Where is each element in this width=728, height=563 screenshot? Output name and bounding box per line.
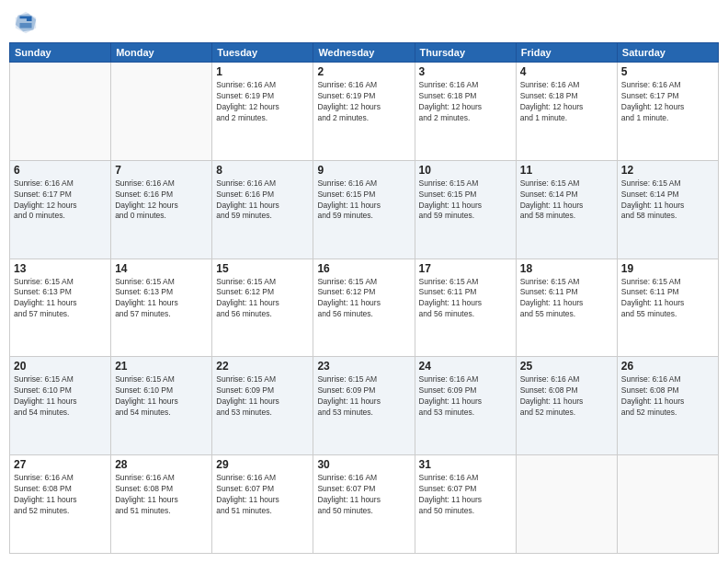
- calendar-cell: [516, 455, 617, 554]
- calendar-cell: 3Sunrise: 6:16 AM Sunset: 6:18 PM Daylig…: [415, 63, 516, 161]
- calendar-cell: 26Sunrise: 6:16 AM Sunset: 6:08 PM Dayli…: [617, 357, 718, 455]
- calendar-table: SundayMondayTuesdayWednesdayThursdayFrid…: [9, 42, 719, 554]
- day-number: 29: [216, 458, 309, 471]
- calendar-cell: 1Sunrise: 6:16 AM Sunset: 6:19 PM Daylig…: [212, 63, 313, 161]
- day-info: Sunrise: 6:15 AM Sunset: 6:14 PM Dayligh…: [621, 178, 714, 223]
- calendar-cell: 16Sunrise: 6:15 AM Sunset: 6:12 PM Dayli…: [313, 259, 415, 357]
- day-info: Sunrise: 6:16 AM Sunset: 6:09 PM Dayligh…: [419, 374, 512, 419]
- calendar-cell: 5Sunrise: 6:16 AM Sunset: 6:17 PM Daylig…: [617, 63, 718, 161]
- day-number: 15: [216, 262, 309, 275]
- calendar-week-row: 6Sunrise: 6:16 AM Sunset: 6:17 PM Daylig…: [10, 160, 719, 259]
- calendar-cell: 10Sunrise: 6:15 AM Sunset: 6:15 PM Dayli…: [415, 160, 516, 259]
- day-number: 9: [317, 164, 410, 177]
- calendar-week-row: 1Sunrise: 6:16 AM Sunset: 6:19 PM Daylig…: [10, 63, 719, 161]
- day-info: Sunrise: 6:15 AM Sunset: 6:15 PM Dayligh…: [419, 178, 512, 223]
- calendar-cell: 24Sunrise: 6:16 AM Sunset: 6:09 PM Dayli…: [415, 357, 516, 455]
- calendar-cell: 2Sunrise: 6:16 AM Sunset: 6:19 PM Daylig…: [313, 63, 415, 161]
- calendar-cell: 6Sunrise: 6:16 AM Sunset: 6:17 PM Daylig…: [10, 160, 111, 259]
- page: SundayMondayTuesdayWednesdayThursdayFrid…: [0, 0, 728, 563]
- day-number: 23: [317, 360, 410, 373]
- calendar-cell: 25Sunrise: 6:16 AM Sunset: 6:08 PM Dayli…: [516, 357, 617, 455]
- day-number: 4: [520, 65, 613, 78]
- weekday-header-row: SundayMondayTuesdayWednesdayThursdayFrid…: [10, 43, 719, 63]
- calendar-cell: 20Sunrise: 6:15 AM Sunset: 6:10 PM Dayli…: [10, 357, 111, 455]
- day-info: Sunrise: 6:15 AM Sunset: 6:11 PM Dayligh…: [419, 277, 512, 321]
- day-number: 13: [14, 262, 107, 275]
- day-info: Sunrise: 6:15 AM Sunset: 6:09 PM Dayligh…: [317, 374, 410, 419]
- calendar-cell: 14Sunrise: 6:15 AM Sunset: 6:13 PM Dayli…: [111, 259, 212, 357]
- day-info: Sunrise: 6:16 AM Sunset: 6:08 PM Dayligh…: [621, 374, 714, 419]
- day-number: 22: [216, 360, 309, 373]
- day-info: Sunrise: 6:16 AM Sunset: 6:17 PM Dayligh…: [621, 80, 714, 124]
- calendar-cell: 13Sunrise: 6:15 AM Sunset: 6:13 PM Dayli…: [10, 259, 111, 357]
- weekday-header-wednesday: Wednesday: [313, 43, 415, 63]
- logo: [13, 9, 42, 35]
- day-info: Sunrise: 6:15 AM Sunset: 6:14 PM Dayligh…: [520, 178, 613, 223]
- calendar-cell: 15Sunrise: 6:15 AM Sunset: 6:12 PM Dayli…: [212, 259, 313, 357]
- calendar-week-row: 27Sunrise: 6:16 AM Sunset: 6:08 PM Dayli…: [10, 455, 719, 554]
- day-number: 6: [14, 164, 107, 177]
- day-info: Sunrise: 6:16 AM Sunset: 6:18 PM Dayligh…: [419, 80, 512, 124]
- day-info: Sunrise: 6:15 AM Sunset: 6:09 PM Dayligh…: [216, 374, 309, 419]
- day-info: Sunrise: 6:16 AM Sunset: 6:19 PM Dayligh…: [317, 80, 410, 124]
- day-number: 28: [115, 458, 208, 471]
- day-number: 1: [216, 65, 309, 78]
- logo-icon: [13, 9, 39, 35]
- calendar-cell: [111, 63, 212, 161]
- day-number: 24: [419, 360, 512, 373]
- day-info: Sunrise: 6:16 AM Sunset: 6:08 PM Dayligh…: [14, 473, 107, 517]
- calendar-cell: 29Sunrise: 6:16 AM Sunset: 6:07 PM Dayli…: [212, 455, 313, 554]
- day-number: 7: [115, 164, 208, 177]
- calendar-cell: [617, 455, 718, 554]
- day-info: Sunrise: 6:16 AM Sunset: 6:16 PM Dayligh…: [115, 178, 208, 223]
- day-number: 16: [317, 262, 410, 275]
- day-info: Sunrise: 6:16 AM Sunset: 6:15 PM Dayligh…: [317, 178, 410, 223]
- day-info: Sunrise: 6:15 AM Sunset: 6:13 PM Dayligh…: [14, 277, 107, 321]
- day-info: Sunrise: 6:16 AM Sunset: 6:17 PM Dayligh…: [14, 178, 107, 223]
- day-number: 14: [115, 262, 208, 275]
- day-info: Sunrise: 6:15 AM Sunset: 6:12 PM Dayligh…: [317, 277, 410, 321]
- day-info: Sunrise: 6:15 AM Sunset: 6:12 PM Dayligh…: [216, 277, 309, 321]
- day-info: Sunrise: 6:16 AM Sunset: 6:08 PM Dayligh…: [520, 374, 613, 419]
- day-number: 8: [216, 164, 309, 177]
- day-info: Sunrise: 6:16 AM Sunset: 6:07 PM Dayligh…: [216, 473, 309, 517]
- day-number: 2: [317, 65, 410, 78]
- day-number: 26: [621, 360, 714, 373]
- day-info: Sunrise: 6:15 AM Sunset: 6:13 PM Dayligh…: [115, 277, 208, 321]
- day-number: 11: [520, 164, 613, 177]
- calendar-cell: 30Sunrise: 6:16 AM Sunset: 6:07 PM Dayli…: [313, 455, 415, 554]
- day-number: 18: [520, 262, 613, 275]
- calendar-cell: 18Sunrise: 6:15 AM Sunset: 6:11 PM Dayli…: [516, 259, 617, 357]
- day-number: 27: [14, 458, 107, 471]
- day-number: 30: [317, 458, 410, 471]
- calendar-cell: 27Sunrise: 6:16 AM Sunset: 6:08 PM Dayli…: [10, 455, 111, 554]
- day-info: Sunrise: 6:16 AM Sunset: 6:18 PM Dayligh…: [520, 80, 613, 124]
- calendar-week-row: 13Sunrise: 6:15 AM Sunset: 6:13 PM Dayli…: [10, 259, 719, 357]
- calendar-cell: 4Sunrise: 6:16 AM Sunset: 6:18 PM Daylig…: [516, 63, 617, 161]
- weekday-header-saturday: Saturday: [617, 43, 718, 63]
- calendar-cell: 31Sunrise: 6:16 AM Sunset: 6:07 PM Dayli…: [415, 455, 516, 554]
- day-number: 12: [621, 164, 714, 177]
- day-info: Sunrise: 6:16 AM Sunset: 6:07 PM Dayligh…: [317, 473, 410, 517]
- calendar-cell: 9Sunrise: 6:16 AM Sunset: 6:15 PM Daylig…: [313, 160, 415, 259]
- calendar-cell: 28Sunrise: 6:16 AM Sunset: 6:08 PM Dayli…: [111, 455, 212, 554]
- calendar-cell: [10, 63, 111, 161]
- weekday-header-monday: Monday: [111, 43, 212, 63]
- day-info: Sunrise: 6:16 AM Sunset: 6:07 PM Dayligh…: [419, 473, 512, 517]
- day-info: Sunrise: 6:15 AM Sunset: 6:10 PM Dayligh…: [14, 374, 107, 419]
- calendar-cell: 11Sunrise: 6:15 AM Sunset: 6:14 PM Dayli…: [516, 160, 617, 259]
- day-number: 21: [115, 360, 208, 373]
- day-info: Sunrise: 6:15 AM Sunset: 6:11 PM Dayligh…: [621, 277, 714, 321]
- day-number: 5: [621, 65, 714, 78]
- day-number: 20: [14, 360, 107, 373]
- day-number: 31: [419, 458, 512, 471]
- calendar-cell: 23Sunrise: 6:15 AM Sunset: 6:09 PM Dayli…: [313, 357, 415, 455]
- weekday-header-sunday: Sunday: [10, 43, 111, 63]
- day-info: Sunrise: 6:16 AM Sunset: 6:16 PM Dayligh…: [216, 178, 309, 223]
- day-number: 3: [419, 65, 512, 78]
- calendar-cell: 7Sunrise: 6:16 AM Sunset: 6:16 PM Daylig…: [111, 160, 212, 259]
- calendar-cell: 22Sunrise: 6:15 AM Sunset: 6:09 PM Dayli…: [212, 357, 313, 455]
- calendar-cell: 21Sunrise: 6:15 AM Sunset: 6:10 PM Dayli…: [111, 357, 212, 455]
- weekday-header-tuesday: Tuesday: [212, 43, 313, 63]
- calendar-cell: 17Sunrise: 6:15 AM Sunset: 6:11 PM Dayli…: [415, 259, 516, 357]
